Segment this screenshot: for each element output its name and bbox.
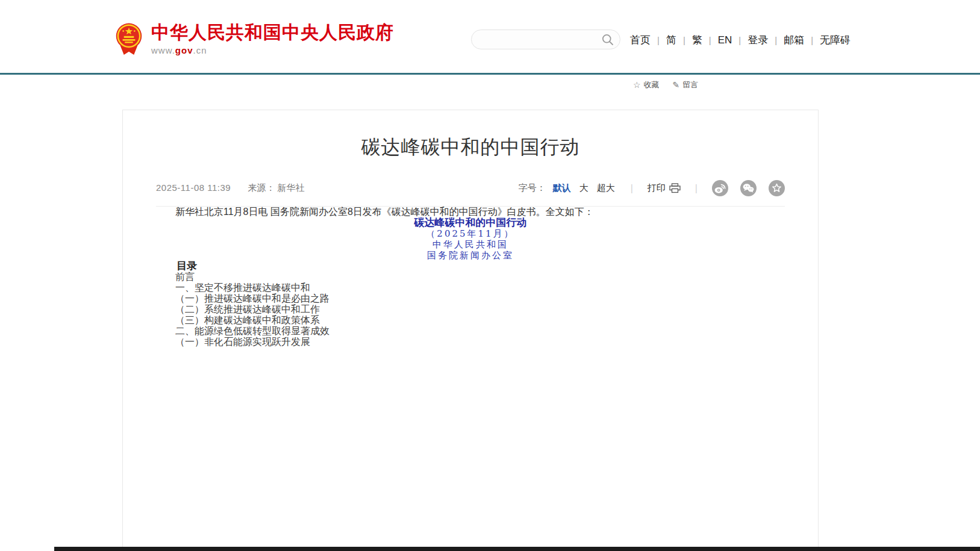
toc-item: （一）非化石能源实现跃升发展 <box>156 337 785 347</box>
doc-title: 碳达峰碳中和的中国行动 <box>156 217 785 228</box>
bottom-bar <box>54 547 980 551</box>
site-title: 中华人民共和国中央人民政府 <box>151 22 394 43</box>
meta-left: 2025-11-08 11:39 来源： 新华社 <box>156 182 305 194</box>
message-link[interactable]: ✎ 留言 <box>673 79 699 90</box>
nav-home[interactable]: 首页 <box>630 33 651 47</box>
top-nav: 首页 | 简 | 繁 | EN | 登录 | 邮箱 | 无障碍 <box>630 33 850 47</box>
article-meta-row: 2025-11-08 11:39 来源： 新华社 字号： 默认 大 超大 | 打… <box>156 180 785 207</box>
nav-separator: | <box>738 35 741 45</box>
doc-date: （2025年11月） <box>156 228 785 239</box>
search-icon[interactable] <box>602 34 614 46</box>
url-gov: gov <box>175 45 193 55</box>
source-label: 来源： <box>248 182 275 193</box>
site-header: 中华人民共和国中央人民政府 www.gov.cn 首页 | 简 | 繁 | EN… <box>0 0 980 73</box>
nav-separator: | <box>811 35 813 45</box>
share-favorite-icon[interactable] <box>769 180 785 196</box>
printer-icon <box>669 183 681 193</box>
toc-item: （二）系统推进碳达峰碳中和工作 <box>156 304 785 315</box>
search-input[interactable] <box>481 31 599 48</box>
page-actions: ☆ 收藏 ✎ 留言 <box>633 79 698 90</box>
toc-item: 一、坚定不移推进碳达峰碳中和 <box>156 282 785 293</box>
toc-heading: 目录 <box>156 261 785 272</box>
meta-separator: | <box>695 183 698 194</box>
meta-right: 字号： 默认 大 超大 | 打印 | <box>519 180 785 196</box>
star-icon: ☆ <box>633 80 641 90</box>
nav-separator: | <box>709 35 711 45</box>
nav-separator: | <box>683 35 685 45</box>
nav-simplified[interactable]: 简 <box>666 33 676 47</box>
message-label: 留言 <box>682 79 698 90</box>
nav-separator: | <box>775 35 777 45</box>
meta-separator: | <box>631 183 633 194</box>
nav-accessibility[interactable]: 无障碍 <box>820 33 850 47</box>
doc-org-line1: 中华人民共和国 <box>156 239 785 250</box>
share-weibo-icon[interactable] <box>712 180 728 196</box>
doc-org-line2: 国务院新闻办公室 <box>156 250 785 261</box>
nav-traditional[interactable]: 繁 <box>692 33 702 47</box>
article-card: 碳达峰碳中和的中国行动 2025-11-08 11:39 来源： 新华社 字号：… <box>122 110 819 551</box>
font-size-xlarge[interactable]: 超大 <box>597 182 615 194</box>
favorite-link[interactable]: ☆ 收藏 <box>633 79 660 90</box>
intro-paragraph: 新华社北京11月8日电 国务院新闻办公室8日发布《碳达峰碳中和的中国行动》白皮书… <box>156 207 785 217</box>
national-emblem-icon <box>114 22 144 56</box>
page: 中华人民共和国中央人民政府 www.gov.cn 首页 | 简 | 繁 | EN… <box>0 0 980 551</box>
header-divider <box>0 73 980 75</box>
toc-item: 前言 <box>156 272 785 282</box>
nav-login[interactable]: 登录 <box>747 33 768 47</box>
article-title: 碳达峰碳中和的中国行动 <box>156 134 785 160</box>
font-size-default[interactable]: 默认 <box>553 182 571 194</box>
url-prefix: www. <box>151 45 175 55</box>
logo-text: 中华人民共和国中央人民政府 www.gov.cn <box>151 22 394 55</box>
search-box <box>471 30 620 49</box>
nav-english[interactable]: EN <box>718 34 732 46</box>
toc-item: （三）构建碳达峰碳中和政策体系 <box>156 315 785 326</box>
favorite-label: 收藏 <box>644 79 660 90</box>
print-button[interactable]: 打印 <box>648 182 681 194</box>
url-suffix: .cn <box>193 45 207 55</box>
font-size-label: 字号： <box>519 182 546 194</box>
pencil-icon: ✎ <box>673 80 680 90</box>
font-size-large[interactable]: 大 <box>579 182 588 194</box>
gov-logo[interactable]: 中华人民共和国中央人民政府 www.gov.cn <box>114 22 394 56</box>
share-wechat-icon[interactable] <box>740 180 757 196</box>
toc-item: 二、能源绿色低碳转型取得显著成效 <box>156 326 785 337</box>
site-url: www.gov.cn <box>151 45 394 55</box>
nav-mail[interactable]: 邮箱 <box>784 33 804 47</box>
article-body: 新华社北京11月8日电 国务院新闻办公室8日发布《碳达峰碳中和的中国行动》白皮书… <box>156 207 785 347</box>
nav-separator: | <box>657 35 660 45</box>
print-label: 打印 <box>648 182 666 194</box>
source-value[interactable]: 新华社 <box>278 182 305 193</box>
toc-item: （一）推进碳达峰碳中和是必由之路 <box>156 293 785 304</box>
publish-date: 2025-11-08 11:39 <box>156 182 231 193</box>
